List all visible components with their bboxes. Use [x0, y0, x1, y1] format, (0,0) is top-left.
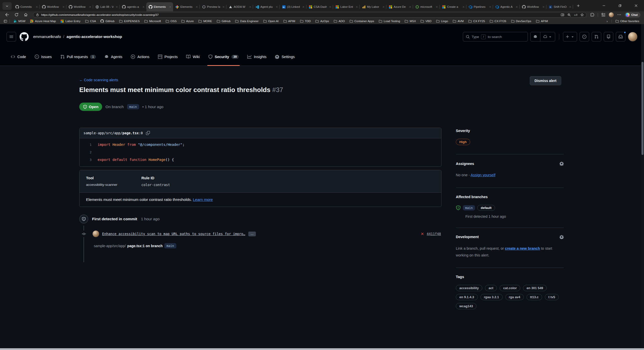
commit-message-link[interactable]: Enhance accessibility scan to map URL pa…	[102, 232, 245, 236]
browser-tab[interactable]: agentic-a	[120, 2, 146, 11]
commit-sha-link[interactable]: 4411f48	[427, 232, 441, 236]
browser-tab[interactable]: nShift FinO	[546, 2, 573, 11]
branch-badge[interactable]: main	[164, 243, 176, 248]
back-icon[interactable]	[5, 13, 9, 17]
github-logo[interactable]	[20, 32, 29, 41]
tab-close-icon[interactable]	[541, 5, 545, 9]
bookmark-item[interactable]: Azure	[179, 18, 196, 24]
tab-projects[interactable]: Projects	[155, 48, 180, 66]
browser-tab[interactable]: Elements	[173, 2, 200, 11]
bookmark-item[interactable]: AzOps	[313, 18, 331, 24]
bookmark-item[interactable]: EXPENSES	[117, 18, 142, 24]
bookmark-item[interactable]: ADO	[331, 18, 347, 24]
tab-issues[interactable]: Issues	[32, 48, 54, 66]
bookmark-item[interactable]: DevSecOps	[509, 18, 534, 24]
read-aloud-icon[interactable]: A	[574, 13, 577, 17]
bookmark-item[interactable]: CSA	[83, 18, 98, 24]
tag-pill[interactable]: act	[485, 285, 497, 291]
tab-code[interactable]: Code	[8, 48, 29, 66]
tag-pill[interactable]: rga av4	[505, 294, 524, 300]
url-text[interactable]: https://github.com/emmanuelknafo/agentic…	[41, 13, 559, 16]
dismiss-alert-button[interactable]: Dismiss alert	[530, 76, 561, 85]
tab-close-icon[interactable]	[301, 5, 305, 9]
bookmark-item[interactable]: GitHub	[98, 18, 117, 24]
copilot-menu-button[interactable]	[540, 32, 555, 41]
tab-close-icon[interactable]	[35, 5, 39, 9]
bookmark-item[interactable]: Data Engineer	[233, 18, 261, 24]
tag-pill[interactable]: tt13.c	[527, 294, 542, 300]
github-profile-avatar[interactable]	[628, 32, 637, 41]
browser-tab[interactable]: CSA Dash	[306, 2, 333, 11]
browser-tab[interactable]: Commits	[13, 2, 40, 11]
refresh-icon[interactable]	[14, 13, 19, 17]
tag-pill[interactable]: en 301 549	[523, 285, 547, 291]
create-new-button[interactable]	[563, 32, 577, 41]
extensions-puzzle-icon[interactable]	[590, 13, 594, 17]
check-failed-x-icon[interactable]	[420, 232, 424, 236]
tab-pull-requests[interactable]: Pull requests1	[58, 48, 99, 66]
more-menu-icon[interactable]	[617, 13, 621, 17]
code-file-path[interactable]: sample-app/src/app/page.tsx:0	[84, 131, 143, 135]
browser-tab[interactable]: Create a	[440, 2, 466, 11]
bookmark-item[interactable]: APIM	[534, 18, 550, 24]
scrollbar-track[interactable]	[641, 24, 644, 348]
copilot-chat-button[interactable]: Chat	[625, 12, 640, 18]
tab-close-icon[interactable]	[168, 5, 172, 9]
tag-pill[interactable]: rgaa 3.2.1	[480, 294, 503, 300]
bookmark-item[interactable]: GitHub	[214, 18, 233, 24]
bookmark-item[interactable]: Lingo	[434, 18, 450, 24]
tab-close-icon[interactable]	[61, 5, 65, 9]
split-screen-icon[interactable]	[561, 13, 564, 17]
restore-button[interactable]	[612, 0, 628, 11]
bookmark-item[interactable]: APIM	[281, 18, 298, 24]
tag-pill[interactable]: en 9.1.4.3	[456, 294, 478, 300]
tab-close-icon[interactable]	[488, 5, 492, 9]
browser-tab[interactable]: Azure De	[386, 2, 413, 11]
tab-close-icon[interactable]	[221, 5, 225, 9]
home-icon[interactable]	[24, 13, 28, 17]
tab-close-icon[interactable]	[461, 5, 465, 9]
back-to-alerts-link[interactable]: ← Code scanning alerts	[79, 78, 118, 82]
sidebar-toggle-icon[interactable]	[4, 19, 7, 23]
tag-pill[interactable]: t tv5	[545, 294, 559, 300]
browser-tab[interactable]: Workflow	[40, 2, 66, 11]
bookmarks-overflow-chevron[interactable]: ›	[604, 19, 610, 23]
bookmark-item[interactable]: Azure Heat Map	[28, 18, 58, 24]
bookmark-item[interactable]: AVM	[450, 18, 466, 24]
new-tab-button[interactable]	[575, 2, 582, 10]
browser-tab[interactable]: AODA W	[226, 2, 253, 11]
tab-close-icon[interactable]	[408, 5, 412, 9]
browser-tab[interactable]: Elements	[146, 2, 173, 11]
bookmark-item[interactable]: MSW	[11, 18, 28, 24]
tab-close-icon[interactable]	[515, 5, 519, 9]
hamburger-menu-button[interactable]	[7, 32, 16, 41]
tab-close-icon[interactable]	[355, 5, 359, 9]
tab-close-icon[interactable]	[568, 5, 572, 9]
bookmark-item[interactable]: Labor Entry	[58, 18, 83, 24]
browser-tab[interactable]: Preview la	[200, 2, 226, 11]
tab-close-icon[interactable]	[195, 5, 199, 9]
minimize-button[interactable]	[596, 0, 612, 11]
copilot-button[interactable]	[531, 32, 540, 41]
bookmark-item[interactable]: VBD	[418, 18, 434, 24]
assign-yourself-link[interactable]: Assign yourself	[471, 173, 495, 177]
tag-pill[interactable]: wcag143	[456, 303, 476, 309]
notifications-button[interactable]	[616, 32, 625, 41]
collections-icon[interactable]	[601, 13, 606, 17]
learn-more-link[interactable]: Learn more	[193, 197, 213, 202]
tab-close-icon[interactable]	[115, 5, 119, 9]
tag-pill[interactable]: accessibility	[456, 285, 482, 291]
commit-author-avatar[interactable]	[93, 231, 99, 237]
bookmark-item[interactable]: Open AI	[261, 18, 281, 24]
bookmark-item[interactable]: TDD	[298, 18, 313, 24]
browser-tab[interactable]: Pipelines	[466, 2, 493, 11]
tab-agents[interactable]: Agents	[102, 48, 125, 66]
copy-icon[interactable]	[146, 131, 150, 135]
browser-tab[interactable]: Lab 08 - V	[93, 2, 120, 11]
bookmark-item[interactable]: MSX	[402, 18, 418, 24]
create-new-branch-link[interactable]: create a new branch	[505, 246, 540, 250]
tab-close-icon[interactable]	[435, 5, 439, 9]
issues-button[interactable]	[580, 32, 589, 41]
commit-expand-button[interactable]: …	[248, 232, 256, 236]
bookmark-item[interactable]: OSS	[163, 18, 179, 24]
